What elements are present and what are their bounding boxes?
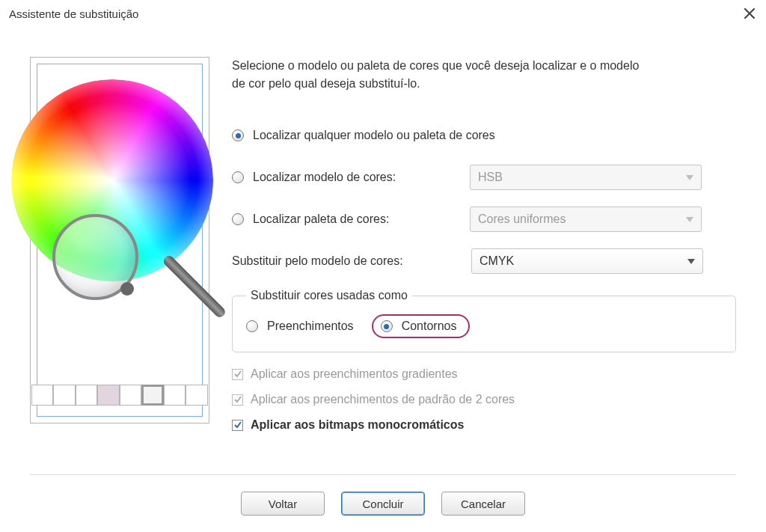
select-replace-model[interactable]: CMYK [471,248,703,274]
magnifier-icon [52,214,138,300]
select-replace-model-value: CMYK [479,254,514,268]
radio-find-palette[interactable] [232,213,244,225]
check-mono-bitmaps-row[interactable]: Aplicar aos bitmaps monocromáticos [232,418,736,432]
wizard-content: Selecione o modelo ou paleta de cores qu… [232,57,736,470]
check-two-color-pattern [232,394,243,406]
label-mono-bitmaps: Aplicar aos bitmaps monocromáticos [251,418,464,432]
radio-find-any[interactable] [232,129,244,141]
back-button[interactable]: Voltar [241,492,325,516]
label-find-model: Localizar modelo de cores: [253,171,470,184]
close-button[interactable] [742,6,757,21]
close-icon [744,7,756,19]
row-replace-with: Substituir pelo modelo de cores: CMYK [232,247,736,275]
radio-fills[interactable] [246,320,258,332]
dialog-footer: Voltar Concluir Cancelar [0,475,766,532]
radio-outlines[interactable] [381,320,393,332]
label-outlines: Contornos [402,319,457,333]
cancel-button[interactable]: Cancelar [441,492,525,516]
radio-find-model[interactable] [232,171,244,183]
check-two-color-pattern-row: Aplicar aos preenchimentos de padrão de … [232,393,736,406]
check-mono-bitmaps[interactable] [232,420,243,431]
option-outlines[interactable]: Contornos [372,314,471,338]
check-gradient-fills-row: Aplicar aos preenchimentos gradientes [232,367,736,381]
label-find-any: Localizar qualquer modelo ou paleta de c… [253,129,495,142]
chevron-down-icon [686,217,693,222]
group-replace-usage: Substituir cores usadas como Preenchimen… [232,289,736,352]
option-find-any[interactable]: Localizar qualquer modelo ou paleta de c… [232,121,736,150]
option-find-palette[interactable]: Localizar paleta de cores: Cores uniform… [232,205,736,233]
check-icon [233,370,242,379]
option-find-model[interactable]: Localizar modelo de cores: HSB [232,163,736,192]
swatch-strip [31,385,208,407]
label-replace-with: Substituir pelo modelo de cores: [232,254,471,268]
option-fills[interactable]: Preenchimentos [246,319,354,333]
wizard-illustration [30,57,209,424]
select-color-palette-value: Cores uniformes [478,213,566,226]
replace-wizard-dialog: Assistente de substituição Selecione o m… [0,0,766,532]
chevron-down-icon [686,175,693,180]
titlebar: Assistente de substituição [0,0,766,27]
group-legend: Substituir cores usadas como [246,289,412,302]
label-find-palette: Localizar paleta de cores: [253,213,470,226]
finish-button[interactable]: Concluir [341,492,425,516]
select-color-palette: Cores uniformes [470,207,702,232]
instructions-text: Selecione o modelo ou paleta de cores qu… [232,57,651,93]
label-two-color-pattern: Aplicar aos preenchimentos de padrão de … [251,393,515,406]
select-color-model-value: HSB [478,171,503,184]
dialog-title: Assistente de substituição [9,7,742,20]
check-icon [233,395,242,404]
label-fills: Preenchimentos [267,319,354,333]
label-gradient-fills: Aplicar aos preenchimentos gradientes [251,367,458,381]
check-gradient-fills [232,369,243,380]
chevron-down-icon [687,259,695,264]
select-color-model: HSB [470,165,702,190]
check-icon [233,421,242,429]
